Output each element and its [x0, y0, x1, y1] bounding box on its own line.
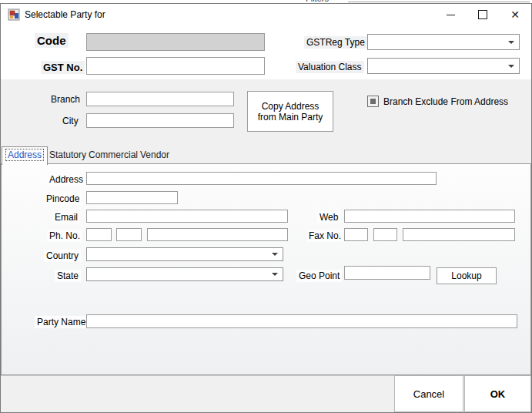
window-controls: ✕	[434, 4, 531, 25]
chevron-down-icon	[272, 253, 278, 256]
address-input[interactable]	[86, 172, 437, 185]
branch-label: Branch	[49, 93, 82, 106]
app-icon	[8, 8, 20, 21]
tab-vendor[interactable]: Vendor	[140, 149, 169, 160]
gst-no-label: GST No.	[41, 61, 85, 74]
maximize-icon	[478, 10, 487, 19]
tab-commercial[interactable]: Commercial	[89, 149, 138, 160]
state-label: State	[55, 270, 81, 282]
ph-no-number-input[interactable]	[147, 228, 288, 241]
address-label: Address	[47, 173, 85, 186]
fax-no-label: Fax No.	[306, 230, 343, 242]
window-title: Selectable Party for	[25, 9, 105, 20]
screen: Filters Selectable Party for ✕ Code GSTR…	[0, 0, 532, 413]
chevron-down-icon	[508, 65, 514, 68]
title-bar: Selectable Party for ✕	[1, 4, 531, 25]
tab-address-label: Address	[6, 149, 43, 160]
cancel-button-label: Cancel	[413, 388, 444, 400]
code-label: Code	[35, 33, 69, 48]
copy-address-button[interactable]: Copy Address from Main Party	[247, 91, 333, 132]
close-button[interactable]: ✕	[499, 4, 531, 25]
country-label: Country	[44, 250, 81, 262]
web-input[interactable]	[344, 210, 515, 223]
branch-exclude-label: Branch Exclude From Address	[381, 96, 510, 108]
tab-address[interactable]: Address	[2, 146, 48, 165]
ph-no-code2-input[interactable]	[116, 228, 142, 241]
state-dropdown[interactable]	[86, 267, 283, 281]
fax-no-code1-input[interactable]	[344, 228, 368, 241]
checkbox-indeterminate-mark	[370, 99, 376, 104]
city-label: City	[60, 115, 81, 127]
pincode-input[interactable]	[86, 191, 178, 204]
pincode-label: Pincode	[44, 193, 82, 205]
email-input[interactable]	[86, 210, 288, 223]
background-groupbox-line	[348, 2, 530, 2]
fax-no-number-input[interactable]	[403, 228, 515, 241]
email-label: Email	[52, 211, 80, 223]
fax-no-code2-input[interactable]	[373, 228, 397, 241]
lookup-button[interactable]: Lookup	[437, 267, 497, 284]
selectable-party-dialog: Selectable Party for ✕ Code GSTReg Type …	[0, 3, 532, 413]
close-icon: ✕	[510, 9, 520, 20]
chevron-down-icon	[272, 273, 278, 276]
gstreg-type-dropdown[interactable]	[367, 34, 520, 50]
ok-button[interactable]: OK	[464, 375, 531, 412]
gstreg-type-label: GSTReg Type	[304, 36, 367, 49]
city-input[interactable]	[86, 113, 234, 128]
country-dropdown[interactable]	[86, 247, 283, 261]
valuation-class-label: Valuation Class	[296, 61, 364, 73]
gst-no-input[interactable]	[86, 57, 265, 75]
cancel-button[interactable]: Cancel	[394, 375, 463, 412]
chevron-down-icon	[508, 41, 514, 44]
ph-no-code1-input[interactable]	[86, 228, 112, 241]
party-name-label: Party Name	[35, 316, 88, 328]
tab-statutory[interactable]: Statutory	[49, 149, 86, 160]
maximize-button[interactable]	[467, 4, 499, 25]
party-name-input[interactable]	[86, 314, 517, 328]
ok-button-label: OK	[490, 388, 506, 400]
branch-input[interactable]	[86, 92, 234, 106]
copy-address-button-label: Copy Address from Main Party	[253, 101, 328, 123]
ph-no-label: Ph. No.	[47, 230, 82, 242]
code-input	[86, 33, 265, 51]
valuation-class-dropdown[interactable]	[367, 58, 520, 74]
web-label: Web	[317, 211, 340, 223]
geo-point-label: Geo Point	[296, 270, 342, 282]
lookup-button-label: Lookup	[451, 270, 481, 281]
geo-point-input[interactable]	[344, 266, 430, 280]
minimize-button[interactable]	[434, 4, 467, 25]
branch-exclude-checkbox[interactable]	[367, 96, 379, 107]
minimize-icon	[447, 15, 455, 15]
